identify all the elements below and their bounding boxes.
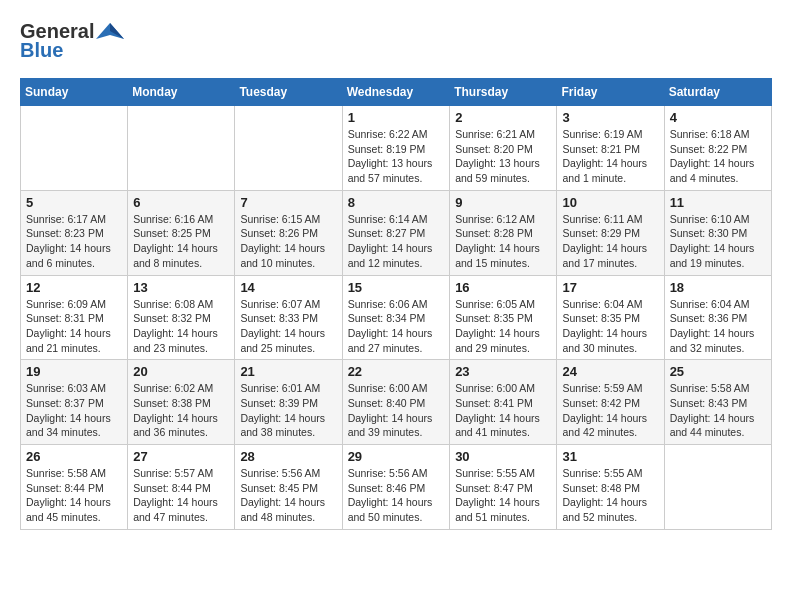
calendar-week-row: 12Sunrise: 6:09 AMSunset: 8:31 PMDayligh… xyxy=(21,275,772,360)
calendar-cell xyxy=(235,106,342,191)
day-number: 27 xyxy=(133,449,229,464)
day-info: Sunrise: 5:58 AMSunset: 8:44 PMDaylight:… xyxy=(26,466,122,525)
day-number: 16 xyxy=(455,280,551,295)
calendar-cell: 25Sunrise: 5:58 AMSunset: 8:43 PMDayligh… xyxy=(664,360,771,445)
day-number: 18 xyxy=(670,280,766,295)
day-number: 23 xyxy=(455,364,551,379)
calendar-cell: 22Sunrise: 6:00 AMSunset: 8:40 PMDayligh… xyxy=(342,360,450,445)
calendar-cell: 28Sunrise: 5:56 AMSunset: 8:45 PMDayligh… xyxy=(235,445,342,530)
day-info: Sunrise: 5:56 AMSunset: 8:45 PMDaylight:… xyxy=(240,466,336,525)
calendar-header-row: SundayMondayTuesdayWednesdayThursdayFrid… xyxy=(21,79,772,106)
day-number: 10 xyxy=(562,195,658,210)
day-info: Sunrise: 6:22 AMSunset: 8:19 PMDaylight:… xyxy=(348,127,445,186)
column-header-saturday: Saturday xyxy=(664,79,771,106)
calendar-table: SundayMondayTuesdayWednesdayThursdayFrid… xyxy=(20,78,772,530)
day-info: Sunrise: 5:58 AMSunset: 8:43 PMDaylight:… xyxy=(670,381,766,440)
day-number: 21 xyxy=(240,364,336,379)
calendar-cell: 31Sunrise: 5:55 AMSunset: 8:48 PMDayligh… xyxy=(557,445,664,530)
day-info: Sunrise: 6:01 AMSunset: 8:39 PMDaylight:… xyxy=(240,381,336,440)
day-number: 3 xyxy=(562,110,658,125)
calendar-cell: 14Sunrise: 6:07 AMSunset: 8:33 PMDayligh… xyxy=(235,275,342,360)
day-number: 30 xyxy=(455,449,551,464)
calendar-cell: 19Sunrise: 6:03 AMSunset: 8:37 PMDayligh… xyxy=(21,360,128,445)
calendar-cell: 4Sunrise: 6:18 AMSunset: 8:22 PMDaylight… xyxy=(664,106,771,191)
day-info: Sunrise: 5:59 AMSunset: 8:42 PMDaylight:… xyxy=(562,381,658,440)
calendar-cell: 27Sunrise: 5:57 AMSunset: 8:44 PMDayligh… xyxy=(128,445,235,530)
day-info: Sunrise: 5:55 AMSunset: 8:47 PMDaylight:… xyxy=(455,466,551,525)
day-info: Sunrise: 6:19 AMSunset: 8:21 PMDaylight:… xyxy=(562,127,658,186)
calendar-cell: 30Sunrise: 5:55 AMSunset: 8:47 PMDayligh… xyxy=(450,445,557,530)
day-info: Sunrise: 6:02 AMSunset: 8:38 PMDaylight:… xyxy=(133,381,229,440)
calendar-cell xyxy=(128,106,235,191)
day-number: 8 xyxy=(348,195,445,210)
calendar-week-row: 1Sunrise: 6:22 AMSunset: 8:19 PMDaylight… xyxy=(21,106,772,191)
calendar-cell: 11Sunrise: 6:10 AMSunset: 8:30 PMDayligh… xyxy=(664,190,771,275)
day-number: 19 xyxy=(26,364,122,379)
day-number: 31 xyxy=(562,449,658,464)
calendar-cell: 24Sunrise: 5:59 AMSunset: 8:42 PMDayligh… xyxy=(557,360,664,445)
calendar-cell: 9Sunrise: 6:12 AMSunset: 8:28 PMDaylight… xyxy=(450,190,557,275)
day-info: Sunrise: 6:21 AMSunset: 8:20 PMDaylight:… xyxy=(455,127,551,186)
calendar-cell: 10Sunrise: 6:11 AMSunset: 8:29 PMDayligh… xyxy=(557,190,664,275)
logo: General Blue xyxy=(20,20,124,62)
calendar-cell: 23Sunrise: 6:00 AMSunset: 8:41 PMDayligh… xyxy=(450,360,557,445)
day-info: Sunrise: 6:07 AMSunset: 8:33 PMDaylight:… xyxy=(240,297,336,356)
day-number: 26 xyxy=(26,449,122,464)
day-number: 12 xyxy=(26,280,122,295)
calendar-cell: 12Sunrise: 6:09 AMSunset: 8:31 PMDayligh… xyxy=(21,275,128,360)
day-info: Sunrise: 6:17 AMSunset: 8:23 PMDaylight:… xyxy=(26,212,122,271)
day-number: 5 xyxy=(26,195,122,210)
calendar-week-row: 19Sunrise: 6:03 AMSunset: 8:37 PMDayligh… xyxy=(21,360,772,445)
calendar-cell: 18Sunrise: 6:04 AMSunset: 8:36 PMDayligh… xyxy=(664,275,771,360)
day-number: 4 xyxy=(670,110,766,125)
calendar-cell: 29Sunrise: 5:56 AMSunset: 8:46 PMDayligh… xyxy=(342,445,450,530)
day-number: 24 xyxy=(562,364,658,379)
page-header: General Blue xyxy=(20,20,772,62)
day-number: 22 xyxy=(348,364,445,379)
day-info: Sunrise: 6:00 AMSunset: 8:40 PMDaylight:… xyxy=(348,381,445,440)
calendar-cell: 2Sunrise: 6:21 AMSunset: 8:20 PMDaylight… xyxy=(450,106,557,191)
day-number: 6 xyxy=(133,195,229,210)
day-number: 7 xyxy=(240,195,336,210)
calendar-cell xyxy=(664,445,771,530)
day-info: Sunrise: 6:04 AMSunset: 8:36 PMDaylight:… xyxy=(670,297,766,356)
calendar-cell xyxy=(21,106,128,191)
calendar-cell: 6Sunrise: 6:16 AMSunset: 8:25 PMDaylight… xyxy=(128,190,235,275)
day-info: Sunrise: 6:08 AMSunset: 8:32 PMDaylight:… xyxy=(133,297,229,356)
day-number: 28 xyxy=(240,449,336,464)
calendar-cell: 20Sunrise: 6:02 AMSunset: 8:38 PMDayligh… xyxy=(128,360,235,445)
day-number: 15 xyxy=(348,280,445,295)
day-info: Sunrise: 6:11 AMSunset: 8:29 PMDaylight:… xyxy=(562,212,658,271)
day-number: 9 xyxy=(455,195,551,210)
calendar-week-row: 26Sunrise: 5:58 AMSunset: 8:44 PMDayligh… xyxy=(21,445,772,530)
day-info: Sunrise: 6:18 AMSunset: 8:22 PMDaylight:… xyxy=(670,127,766,186)
day-number: 17 xyxy=(562,280,658,295)
calendar-cell: 21Sunrise: 6:01 AMSunset: 8:39 PMDayligh… xyxy=(235,360,342,445)
day-info: Sunrise: 6:12 AMSunset: 8:28 PMDaylight:… xyxy=(455,212,551,271)
day-info: Sunrise: 5:56 AMSunset: 8:46 PMDaylight:… xyxy=(348,466,445,525)
day-number: 1 xyxy=(348,110,445,125)
day-number: 2 xyxy=(455,110,551,125)
logo-blue-text: Blue xyxy=(20,39,63,62)
day-info: Sunrise: 6:10 AMSunset: 8:30 PMDaylight:… xyxy=(670,212,766,271)
day-number: 29 xyxy=(348,449,445,464)
column-header-tuesday: Tuesday xyxy=(235,79,342,106)
calendar-cell: 1Sunrise: 6:22 AMSunset: 8:19 PMDaylight… xyxy=(342,106,450,191)
logo-bird-icon xyxy=(96,21,124,43)
column-header-sunday: Sunday xyxy=(21,79,128,106)
day-info: Sunrise: 5:57 AMSunset: 8:44 PMDaylight:… xyxy=(133,466,229,525)
day-number: 14 xyxy=(240,280,336,295)
calendar-cell: 5Sunrise: 6:17 AMSunset: 8:23 PMDaylight… xyxy=(21,190,128,275)
calendar-cell: 3Sunrise: 6:19 AMSunset: 8:21 PMDaylight… xyxy=(557,106,664,191)
calendar-cell: 16Sunrise: 6:05 AMSunset: 8:35 PMDayligh… xyxy=(450,275,557,360)
day-info: Sunrise: 6:06 AMSunset: 8:34 PMDaylight:… xyxy=(348,297,445,356)
day-info: Sunrise: 6:16 AMSunset: 8:25 PMDaylight:… xyxy=(133,212,229,271)
day-info: Sunrise: 6:05 AMSunset: 8:35 PMDaylight:… xyxy=(455,297,551,356)
day-info: Sunrise: 6:04 AMSunset: 8:35 PMDaylight:… xyxy=(562,297,658,356)
calendar-cell: 15Sunrise: 6:06 AMSunset: 8:34 PMDayligh… xyxy=(342,275,450,360)
day-info: Sunrise: 5:55 AMSunset: 8:48 PMDaylight:… xyxy=(562,466,658,525)
day-info: Sunrise: 6:14 AMSunset: 8:27 PMDaylight:… xyxy=(348,212,445,271)
column-header-monday: Monday xyxy=(128,79,235,106)
column-header-thursday: Thursday xyxy=(450,79,557,106)
calendar-cell: 26Sunrise: 5:58 AMSunset: 8:44 PMDayligh… xyxy=(21,445,128,530)
